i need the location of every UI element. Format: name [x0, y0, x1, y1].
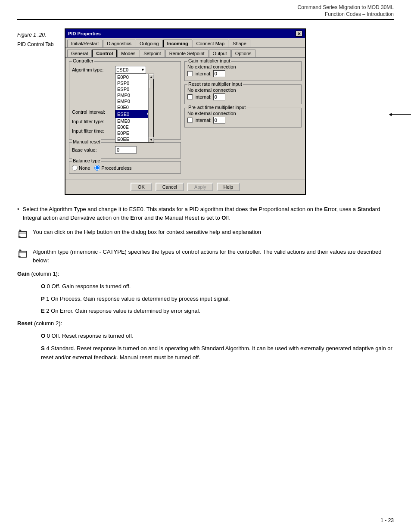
balance-none-radio[interactable]: None	[72, 165, 90, 171]
reset-items: O 0 Off. Reset response is turned off. S…	[41, 332, 394, 362]
pre-act-group: Pre-act time multiplier input No externa…	[184, 108, 302, 128]
right-panel: Gain multiplier input No external connec…	[184, 61, 302, 176]
balance-procedureless-text: Procedureless	[101, 165, 131, 171]
help-button[interactable]: Help	[217, 183, 240, 191]
annotation-arrow: Change this to ESE0	[392, 104, 411, 125]
reset-rate-group: Reset rate multiplier input No external …	[184, 84, 302, 104]
gain-multiplier-label: Gain multiplier input	[187, 58, 231, 63]
gain-col-label: (column 1):	[31, 271, 59, 277]
tab-incoming[interactable]: Incoming	[163, 40, 192, 47]
reset-rate-label: Reset rate multiplier input	[187, 81, 243, 87]
balance-radio-row: None Procedureless	[72, 165, 178, 171]
dialog-title: PID Properties	[68, 31, 101, 36]
manual-reset-label: Manual reset	[72, 139, 101, 144]
input-filter-type-label: Input filter type:	[72, 119, 115, 124]
note-icon-svg-2	[17, 248, 29, 260]
gain-o-bold: O	[41, 283, 45, 289]
internal-input-1[interactable]	[213, 70, 225, 77]
algorithm-type-select[interactable]: ESE0 ▼	[115, 66, 146, 74]
scrollbar-up-btn[interactable]: ▲	[149, 74, 154, 79]
internal-label-1: Internal:	[194, 71, 212, 76]
dialog-titlebar: PID Properties ✕	[65, 29, 305, 38]
tab-diagnostics[interactable]: Diagnostics	[103, 40, 135, 47]
figure-caption: PID Control Tab	[17, 40, 65, 48]
dropdown-item-emp0[interactable]: EMP0	[115, 98, 153, 104]
balance-type-label: Balance type	[72, 158, 101, 163]
bullet-text-1: Select the Algorithm Type and change it …	[23, 205, 394, 222]
gain-item-e: E 2 On Error. Gain response value is det…	[41, 307, 394, 316]
selected-item-label: ESE0	[117, 112, 129, 117]
header-title: Command Series Migration to MOD 30ML	[17, 4, 394, 10]
internal-row-3: Internal:	[187, 117, 299, 124]
dropdown-item-e0e0[interactable]: E0E0	[115, 104, 153, 110]
internal-input-2[interactable]	[213, 93, 225, 100]
annotation: Change this to ESE0	[392, 104, 411, 125]
internal-row-2: Internal:	[187, 93, 299, 100]
internal-input-3[interactable]	[213, 117, 225, 124]
dropdown-item-eme0[interactable]: EME0	[115, 118, 153, 124]
page-header: Command Series Migration to MOD 30ML Fun…	[0, 0, 411, 19]
gain-p-text: 1 On Process. Gain response value is det…	[46, 296, 230, 302]
tab-setpoint[interactable]: Setpoint	[140, 50, 165, 57]
tab-control[interactable]: Control	[92, 50, 117, 57]
tab-remote-setpoint[interactable]: Remote Setpoint	[165, 50, 209, 57]
tab-initial-restart[interactable]: Initial/Restart	[67, 40, 103, 47]
main-content: Figure 1 .20. PID Control Tab PID Proper…	[0, 20, 411, 374]
no-external-connection-1: No external connection	[187, 64, 299, 69]
reset-s-text: 4 Standard. Reset response is turned on …	[41, 345, 392, 361]
dialog-body: Controller Algorithm type: ESE0 ▼	[65, 58, 305, 180]
dialog-close-button[interactable]: ✕	[296, 31, 302, 37]
annotation-arrowhead	[389, 113, 392, 116]
tab-options[interactable]: Options	[231, 50, 255, 57]
base-value-input[interactable]	[115, 146, 137, 154]
reset-bold-label: Reset	[17, 320, 32, 327]
balance-procedureless-input[interactable]	[94, 165, 100, 171]
dropdown-item-e0pe[interactable]: E0PE	[115, 130, 153, 136]
tab-outgoing[interactable]: Outgoing	[136, 40, 163, 47]
scrollbar-thumb[interactable]	[149, 80, 153, 88]
dropdown-item-ese0[interactable]: ESE0 ↖	[115, 110, 153, 118]
gain-label-line: Gain (column 1):	[17, 270, 394, 279]
algorithm-type-label: Algorithm type:	[72, 67, 115, 72]
internal-checkbox-1[interactable]	[187, 71, 193, 76]
left-panel: Controller Algorithm type: ESE0 ▼	[69, 61, 181, 176]
dropdown-item-esp0[interactable]: ESP0	[115, 86, 153, 92]
manual-reset-group: Manual reset Base value:	[69, 142, 181, 159]
tab-modes[interactable]: Modes	[117, 50, 139, 57]
algorithm-type-dropdown-wrapper: ESE0 ▼ E0P0 PSP0 ESP	[115, 66, 146, 74]
balance-none-input[interactable]	[72, 165, 78, 171]
balance-none-text: None	[79, 165, 90, 171]
cancel-button[interactable]: Cancel	[156, 183, 184, 191]
reset-item-s: S 4 Standard. Reset response is turned o…	[41, 344, 394, 362]
gain-o-text: 0 Off. Gain response is turned off.	[47, 283, 131, 289]
algorithm-type-value: ESE0	[116, 67, 128, 72]
apply-button[interactable]: Apply	[187, 183, 213, 191]
controller-group-label: Controller	[72, 58, 94, 63]
reset-label-line: Reset (column 2):	[17, 319, 394, 328]
tab-connect-map[interactable]: Connect Map	[193, 40, 228, 47]
dropdown-item-psp0[interactable]: PSP0	[115, 80, 153, 86]
balance-procedureless-radio[interactable]: Procedureless	[94, 165, 131, 171]
figure-area: Figure 1 .20. PID Control Tab PID Proper…	[17, 28, 394, 195]
dropdown-item-e00e[interactable]: E00E	[115, 124, 153, 130]
bullet-item-1: • Select the Algorithm Type and change i…	[17, 205, 394, 222]
dropdown-item-pmp0[interactable]: PMP0	[115, 92, 153, 98]
tab-shape[interactable]: Shape	[229, 40, 250, 47]
dropdown-item-e0p0[interactable]: E0P0	[115, 74, 153, 80]
dropdown-item-e0ee[interactable]: E0EE	[115, 136, 153, 142]
internal-checkbox-2[interactable]	[187, 94, 193, 100]
gain-item-o: O 0 Off. Gain response is turned off.	[41, 282, 394, 291]
no-external-connection-2: No external connection	[187, 87, 299, 93]
control-interval-label: Control interval:	[72, 109, 115, 115]
tab-general[interactable]: General	[67, 50, 92, 57]
reset-col-label: (column 2):	[34, 320, 62, 327]
tab-output[interactable]: Output	[209, 50, 231, 57]
base-value-row: Base value:	[72, 146, 178, 154]
internal-checkbox-3[interactable]	[187, 118, 193, 123]
gain-p-bold: P	[41, 296, 45, 302]
scrollbar-down-btn[interactable]: ▼	[149, 137, 154, 142]
ok-button[interactable]: OK	[131, 183, 152, 191]
dialog-footer: OK Cancel Apply Help	[65, 180, 305, 194]
algorithm-type-row: Algorithm type: ESE0 ▼	[72, 66, 178, 74]
reset-o-text: 0 Off. Reset response is turned off.	[47, 333, 134, 339]
